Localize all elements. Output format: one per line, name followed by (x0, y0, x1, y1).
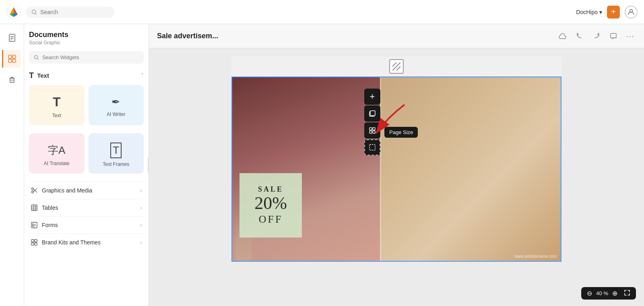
add-page-button[interactable]: + (364, 89, 380, 105)
sidebar-item-document[interactable] (3, 29, 21, 47)
off-text: OFF (259, 213, 283, 225)
svg-rect-47 (369, 145, 375, 150)
more-options-button[interactable]: ⋯ (625, 31, 636, 42)
avatar-button[interactable] (625, 6, 638, 19)
percent-text: 20% (254, 194, 287, 213)
text-chevron-icon: ˅ (141, 72, 144, 79)
search-widgets-icon (34, 55, 39, 60)
brand-kits-category[interactable]: Brand Kits and Themes › (29, 234, 144, 251)
svg-point-15 (34, 55, 37, 58)
search-icon (31, 9, 37, 15)
panel-title: Documents (29, 31, 144, 39)
zoom-bar: ⊖ 40 % ⊕ (581, 287, 636, 300)
zoom-in-button[interactable]: ⊕ (611, 289, 618, 297)
svg-rect-37 (611, 33, 616, 38)
forms-left: Forms (31, 221, 58, 229)
ai-writer-widget-card[interactable]: ✒ AI Writer (89, 85, 144, 125)
canvas-area: Sale advertisem... (149, 24, 644, 306)
text-frames-icon: T (110, 143, 122, 158)
tables-label: Tables (42, 205, 58, 211)
comment-button[interactable] (608, 31, 619, 42)
toolbar-right: ⋯ (557, 31, 636, 42)
search-widgets-input[interactable] (42, 54, 139, 60)
logo[interactable] (6, 5, 21, 19)
grid-view-button[interactable] (364, 122, 380, 139)
forms-category[interactable]: Forms › (29, 216, 144, 234)
search-input[interactable] (40, 9, 105, 15)
fullscreen-button[interactable] (623, 289, 631, 297)
svg-rect-36 (35, 243, 37, 245)
redo-button[interactable] (591, 31, 602, 42)
brand-kits-chevron-icon: › (140, 239, 142, 246)
search-widgets-bar (29, 51, 144, 64)
widget-grid-row1: T Text ✒ AI Writer (29, 85, 144, 125)
svg-rect-46 (373, 131, 375, 133)
tables-category[interactable]: Tables › (29, 199, 144, 216)
text-section-label: T Text (29, 71, 49, 80)
copy-page-button[interactable] (364, 105, 380, 122)
brand-kits-icon (31, 239, 38, 246)
brand-label: DocHipo (576, 9, 598, 15)
brand-kits-left: Brand Kits and Themes (31, 239, 101, 246)
page-size-tooltip: Page Size (384, 127, 418, 138)
float-toolbar: + (364, 89, 380, 155)
document-title: Sale advertisem... (157, 32, 218, 40)
text-heading-icon: T (29, 71, 34, 80)
zoom-value: 40 % (596, 290, 608, 296)
widget-panel: Documents Social Graphic T Text ˅ T Text (24, 24, 149, 306)
text-frames-label: Text Frames (103, 161, 129, 167)
brand-kits-label: Brand Kits and Themes (42, 239, 101, 246)
table-icon (31, 204, 38, 211)
text-widget-label: Text (52, 113, 61, 118)
ai-translate-icon: 字A (48, 143, 65, 157)
forms-chevron-icon: › (140, 222, 142, 228)
page-size-tooltip-text: Page Size (389, 129, 413, 135)
panel-subtitle: Social Graphic (29, 40, 144, 45)
svg-line-16 (37, 58, 39, 60)
ai-writer-label: AI Writer (107, 112, 125, 117)
zoom-out-button[interactable]: ⊖ (586, 289, 593, 297)
undo-button[interactable] (574, 31, 585, 42)
svg-rect-44 (373, 128, 375, 130)
ai-translate-widget-card[interactable]: 字A AI Translate (29, 133, 85, 174)
graphics-media-left: Graphics and Media (31, 187, 92, 194)
svg-rect-34 (35, 240, 37, 242)
svg-rect-29 (32, 223, 33, 224)
sidebar-item-widgets[interactable] (2, 50, 21, 68)
page-size-button[interactable] (364, 139, 380, 155)
svg-rect-8 (8, 55, 12, 58)
svg-rect-9 (12, 55, 16, 58)
text-section-header[interactable]: T Text ˅ (29, 71, 144, 80)
svg-point-18 (32, 188, 34, 190)
svg-rect-33 (31, 240, 34, 242)
graphics-media-category[interactable]: Graphics and Media › (29, 182, 144, 199)
graphics-media-label: Graphics and Media (42, 187, 92, 194)
sidebar-item-trash[interactable] (3, 71, 21, 89)
page-pattern-icon[interactable] (389, 59, 404, 74)
new-document-button[interactable]: + (607, 6, 620, 19)
plus-icon: + (611, 7, 616, 17)
ai-translate-label: AI Translate (44, 161, 70, 166)
scissors-icon (31, 187, 38, 194)
svg-line-2 (35, 13, 37, 14)
text-frames-widget-card[interactable]: T Text Frames (89, 133, 144, 174)
svg-rect-35 (31, 243, 34, 245)
svg-rect-45 (369, 131, 372, 133)
text-widget-card[interactable]: T Text (29, 85, 85, 125)
chevron-down-icon: ▾ (599, 9, 602, 15)
svg-rect-11 (12, 59, 16, 62)
svg-rect-4 (9, 34, 15, 41)
canvas-content: + (231, 56, 561, 262)
tables-chevron-icon: › (140, 205, 142, 211)
cloud-save-button[interactable] (557, 31, 568, 42)
canvas-scroll[interactable]: + (149, 48, 644, 306)
svg-line-38 (392, 62, 400, 70)
svg-rect-43 (369, 128, 372, 130)
svg-rect-21 (31, 205, 37, 211)
user-icon (627, 8, 635, 16)
svg-rect-30 (32, 225, 33, 225)
canvas-toolbar: Sale advertisem... (149, 24, 644, 48)
ai-writer-icon: ✒ (111, 96, 120, 108)
brand-button[interactable]: DocHipo ▾ (576, 9, 602, 15)
forms-icon (31, 221, 38, 229)
